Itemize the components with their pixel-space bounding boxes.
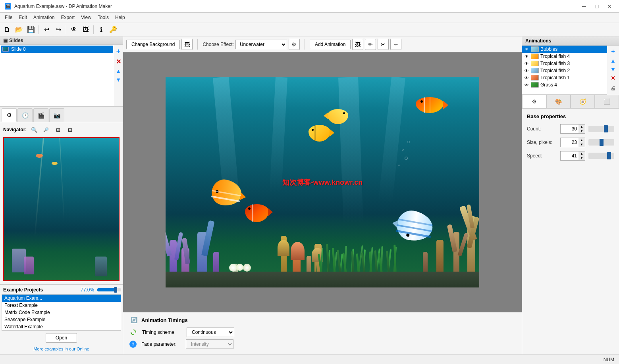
anim-thumb-1 (531, 46, 539, 52)
zoom-in-button[interactable]: 🔍 (30, 125, 39, 134)
anim-visibility-icon-6[interactable]: 👁 (524, 82, 529, 88)
move-slide-down-button[interactable]: ▼ (116, 77, 121, 83)
fade-param-select[interactable]: Intensity Opacity Duration (186, 339, 233, 349)
change-bg-icon-button[interactable]: 🖼 (181, 39, 193, 50)
anim-label-6: Grass 4 (540, 82, 557, 88)
light-ray-3 (338, 77, 363, 225)
more-examples-link[interactable]: More examples in our Online (2, 345, 121, 353)
tab-timing[interactable]: 🕐 (17, 108, 33, 122)
anim-visibility-icon-5[interactable]: 👁 (524, 75, 529, 80)
add-animation-browse-button[interactable]: 🖼 (352, 39, 363, 50)
anim-item-tropical4[interactable]: 👁 Tropical fish 4 (522, 53, 607, 60)
info-button[interactable]: ℹ (96, 24, 107, 35)
count-up-button[interactable]: ▲ (579, 125, 585, 129)
animation-extra-button[interactable]: ↔ (390, 39, 401, 50)
tab-animation[interactable]: 🎬 (33, 108, 48, 122)
effect-settings-button[interactable]: ⚙ (289, 39, 300, 50)
new-button[interactable]: 🗋 (2, 24, 13, 35)
count-slider[interactable] (588, 126, 614, 132)
count-arrows: ▲ ▼ (579, 125, 585, 133)
open-button[interactable]: 📂 (13, 24, 25, 35)
animations-list-area: 👁 Bubbles 👁 Tropical fish 4 👁 Tropical f… (522, 46, 619, 95)
count-input[interactable] (561, 125, 579, 133)
anim-item-tropical2[interactable]: 👁 Tropical fish 2 (522, 67, 607, 74)
size-down-button[interactable]: ▼ (579, 142, 585, 147)
redo-button[interactable]: ↪ (53, 24, 64, 35)
examples-list[interactable]: Aquarium Exam... Forest Example Matrix C… (2, 294, 121, 331)
anim-visibility-icon-2[interactable]: 👁 (524, 54, 529, 59)
example-item-waterfall[interactable]: Waterfall Example (2, 323, 121, 330)
animations-header: Animations (522, 36, 619, 46)
anim-visibility-icon-4[interactable]: 👁 (524, 68, 529, 73)
help-icon[interactable]: ? (129, 341, 137, 348)
animation-tool-button[interactable]: ✂ (378, 39, 389, 50)
examples-header-row: Example Projects 77.0% (2, 286, 121, 293)
slides-list[interactable]: Slide 0 (0, 45, 114, 106)
open-project-button[interactable]: Open (46, 333, 77, 343)
move-slide-up-button[interactable]: ▲ (116, 68, 121, 74)
zoom-thumb[interactable] (114, 287, 117, 293)
anim-item-grass4[interactable]: 👁 Grass 4 (522, 81, 607, 88)
speed-slider[interactable] (588, 153, 614, 159)
delete-animation-button[interactable]: ✕ (611, 75, 615, 81)
size-input[interactable] (561, 138, 579, 147)
fit-button[interactable]: ⊞ (54, 125, 62, 134)
edit-animation-button[interactable]: ✏ (365, 39, 376, 50)
size-slider[interactable] (588, 139, 614, 146)
animations-list: 👁 Bubbles 👁 Tropical fish 4 👁 Tropical f… (522, 46, 607, 95)
slides-icon: ▣ (3, 38, 8, 43)
anim-visibility-icon-3[interactable]: 👁 (524, 61, 529, 66)
speed-up-button[interactable]: ▲ (579, 151, 585, 156)
move-animation-down-button[interactable]: ▼ (610, 66, 616, 73)
undo-button[interactable]: ↩ (41, 24, 52, 35)
zoom-control: 77.0% (79, 286, 121, 293)
menu-file[interactable]: File (2, 14, 15, 22)
timing-scheme-select[interactable]: Continuous Sequential Random (187, 328, 234, 337)
props-tab-direction[interactable]: 🧭 (571, 95, 595, 108)
example-item-seascape[interactable]: Seascape Example (2, 316, 121, 323)
close-button[interactable]: ✕ (605, 2, 614, 10)
menu-tools[interactable]: Tools (94, 14, 112, 22)
menu-view[interactable]: View (78, 14, 94, 22)
add-slide-button[interactable]: + (116, 47, 121, 56)
menu-help[interactable]: Help (112, 14, 128, 22)
count-down-button[interactable]: ▼ (579, 129, 585, 133)
props-tab-base[interactable]: ⚙ (522, 95, 546, 108)
properties-tabs: ⚙ 🎨 🧭 ⬜ (522, 95, 619, 109)
example-item-forest[interactable]: Forest Example (2, 302, 121, 309)
effect-select[interactable]: Underwater Forest Matrix Seascape Waterf… (235, 40, 287, 49)
menu-export[interactable]: Export (58, 14, 78, 22)
save-button[interactable]: 💾 (25, 24, 37, 35)
print-animation-button[interactable]: 🖨 (609, 84, 617, 92)
anim-item-bubbles[interactable]: 👁 Bubbles (522, 46, 607, 53)
tab-camera[interactable]: 📷 (49, 108, 64, 122)
timing-scheme-row: Timing scheme Continuous Sequential Rand… (129, 328, 515, 337)
main-toolbar: 🗋 📂 💾 ↩ ↪ 👁 🖼 ℹ 🔑 (0, 23, 619, 36)
preview-button[interactable]: 👁 (68, 24, 79, 35)
speed-input[interactable] (561, 151, 579, 160)
zoom-out-button[interactable]: 🔎 (42, 125, 50, 134)
add-animation-list-button[interactable]: + (611, 48, 615, 55)
slide-item[interactable]: Slide 0 (1, 46, 113, 53)
anim-item-tropical1[interactable]: 👁 Tropical fish 1 (522, 74, 607, 81)
props-tab-area[interactable]: ⬜ (595, 95, 619, 108)
speed-down-button[interactable]: ▼ (579, 156, 585, 160)
change-background-button[interactable]: Change Background (126, 40, 180, 49)
menu-animation[interactable]: Animation (30, 14, 58, 22)
example-item-aquarium[interactable]: Aquarium Exam... (2, 295, 121, 302)
export-button[interactable]: 🖼 (80, 24, 91, 35)
anim-item-tropical3[interactable]: 👁 Tropical fish 3 (522, 60, 607, 67)
anim-visibility-icon-1[interactable]: 👁 (524, 46, 529, 52)
size-up-button[interactable]: ▲ (579, 138, 585, 142)
minimize-button[interactable]: ─ (579, 2, 589, 10)
props-tab-color[interactable]: 🎨 (546, 95, 571, 108)
tab-properties[interactable]: ⚙ (2, 108, 17, 122)
delete-slide-button[interactable]: ✕ (116, 58, 121, 65)
example-item-matrix[interactable]: Matrix Code Example (2, 309, 121, 316)
add-animation-button[interactable]: Add Animation (310, 40, 351, 49)
settings-button[interactable]: 🔑 (108, 24, 119, 35)
menu-edit[interactable]: Edit (15, 14, 30, 22)
maximize-button[interactable]: □ (592, 2, 602, 10)
move-animation-up-button[interactable]: ▲ (610, 57, 616, 64)
actual-size-button[interactable]: ⊟ (66, 125, 74, 134)
